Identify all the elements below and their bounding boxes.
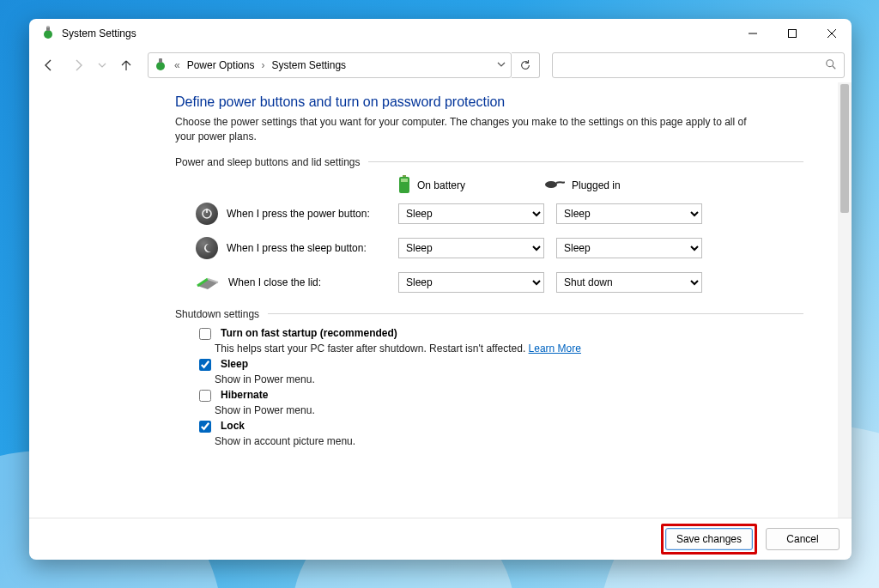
cancel-button[interactable]: Cancel xyxy=(766,528,840,550)
search-box[interactable] xyxy=(552,52,845,78)
section-shutdown: Shutdown settings xyxy=(175,308,803,320)
svg-rect-14 xyxy=(401,179,408,182)
option-sleep: Sleep Show in Power menu. xyxy=(196,358,803,385)
select-sleep-battery[interactable]: Sleep xyxy=(398,238,544,258)
back-button[interactable] xyxy=(36,52,62,78)
recent-locations-button[interactable] xyxy=(94,52,110,78)
option-hibernate: Hibernate Show in Power menu. xyxy=(196,389,803,416)
forward-button[interactable] xyxy=(65,52,91,78)
svg-line-10 xyxy=(833,65,836,69)
sleep-label: Sleep xyxy=(221,358,248,370)
section-shutdown-label: Shutdown settings xyxy=(175,308,259,320)
svg-point-0 xyxy=(44,30,52,39)
footer: Save changes Cancel xyxy=(29,518,852,560)
close-button[interactable] xyxy=(812,19,852,48)
page-heading: Define power buttons and turn on passwor… xyxy=(175,94,803,110)
select-lid-battery[interactable]: Sleep xyxy=(398,272,544,293)
save-button[interactable]: Save changes xyxy=(665,528,753,550)
window-title: System Settings xyxy=(62,27,136,39)
lock-label: Lock xyxy=(221,420,245,432)
content-area: Define power buttons and turn on passwor… xyxy=(29,82,838,518)
row-lid-label: When I close the lid: xyxy=(228,276,321,288)
divider xyxy=(268,313,803,314)
select-power-battery[interactable]: Sleep xyxy=(398,203,544,224)
plug-icon xyxy=(544,179,565,193)
checkbox-fast-startup[interactable]: Turn on fast startup (recommended) xyxy=(196,327,803,342)
titlebar: System Settings xyxy=(29,19,852,48)
battery-icon xyxy=(398,175,410,197)
row-sleep-label: When I press the sleep button: xyxy=(227,242,367,254)
scrollbar-thumb[interactable] xyxy=(840,84,849,213)
section-power-label: Power and sleep buttons and lid settings xyxy=(175,156,360,168)
svg-point-7 xyxy=(156,62,165,70)
fast-startup-label: Turn on fast startup (recommended) xyxy=(221,327,397,339)
select-power-plugged[interactable]: Sleep xyxy=(556,203,702,224)
save-highlight: Save changes xyxy=(661,524,757,555)
checkbox-fast-startup-input[interactable] xyxy=(199,328,211,340)
control-panel-window: System Settings « Power Options › System… xyxy=(29,19,852,560)
navigation-toolbar: « Power Options › System Settings xyxy=(29,48,852,82)
scrollbar[interactable] xyxy=(838,82,852,518)
col-plugged-in: Plugged in xyxy=(544,175,690,197)
checkbox-sleep-input[interactable] xyxy=(199,359,211,371)
divider xyxy=(368,161,803,162)
option-lock: Lock Show in account picture menu. xyxy=(196,420,803,447)
hibernate-label: Hibernate xyxy=(221,389,268,401)
app-icon xyxy=(41,26,55,42)
page-intro: Choose the power settings that you want … xyxy=(175,115,759,144)
power-options-table: On battery Plugged in When I pr xyxy=(196,175,745,300)
learn-more-link[interactable]: Learn More xyxy=(529,342,581,355)
checkbox-sleep[interactable]: Sleep xyxy=(196,358,803,373)
sleep-button-icon xyxy=(196,237,218,259)
search-icon xyxy=(825,58,837,73)
maximize-button[interactable] xyxy=(773,19,812,48)
sleep-desc: Show in Power menu. xyxy=(215,373,803,385)
checkbox-lock-input[interactable] xyxy=(199,421,211,433)
section-power-buttons: Power and sleep buttons and lid settings xyxy=(175,156,803,168)
lock-desc: Show in account picture menu. xyxy=(215,435,803,447)
svg-rect-4 xyxy=(789,30,797,38)
col-plugged-label: Plugged in xyxy=(572,179,621,191)
minimize-button[interactable] xyxy=(733,19,773,48)
svg-point-15 xyxy=(545,181,557,188)
svg-point-9 xyxy=(827,59,834,66)
checkbox-hibernate[interactable]: Hibernate xyxy=(196,389,803,404)
fast-startup-desc: This helps start your PC faster after sh… xyxy=(215,342,803,355)
svg-rect-2 xyxy=(47,26,50,27)
svg-rect-8 xyxy=(159,58,162,63)
control-panel-icon xyxy=(154,58,167,74)
select-sleep-plugged[interactable]: Sleep xyxy=(556,238,702,258)
fast-startup-desc-text: This helps start your PC faster after sh… xyxy=(215,342,529,355)
address-bar[interactable]: « Power Options › System Settings xyxy=(148,52,512,78)
hibernate-desc: Show in Power menu. xyxy=(215,404,803,416)
breadcrumb-separator-icon: « xyxy=(174,59,180,71)
address-dropdown-icon[interactable] xyxy=(497,59,506,71)
select-lid-plugged[interactable]: Shut down xyxy=(556,272,702,293)
up-button[interactable] xyxy=(113,52,139,78)
option-fast-startup: Turn on fast startup (recommended) This … xyxy=(196,327,803,355)
breadcrumb-system-settings[interactable]: System Settings xyxy=(271,59,346,71)
col-battery-label: On battery xyxy=(417,179,465,191)
row-power-label: When I press the power button: xyxy=(227,208,370,220)
chevron-right-icon: › xyxy=(261,59,264,71)
power-button-icon xyxy=(196,203,218,225)
lid-icon xyxy=(196,272,220,292)
refresh-button[interactable] xyxy=(512,52,540,78)
breadcrumb-power-options[interactable]: Power Options xyxy=(187,59,255,71)
checkbox-hibernate-input[interactable] xyxy=(199,390,211,402)
col-on-battery: On battery xyxy=(398,175,544,197)
checkbox-lock[interactable]: Lock xyxy=(196,420,803,435)
